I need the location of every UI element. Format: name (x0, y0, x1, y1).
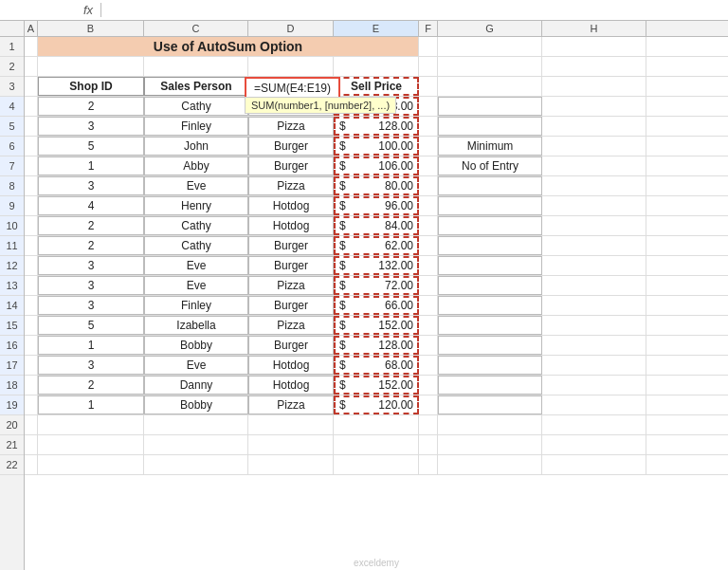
title-cell: Use of AutoSum Option (38, 37, 419, 56)
row-num-4[interactable]: 4 (0, 97, 24, 117)
table-row: 5JohnBurger$100.00Minimum (25, 137, 728, 156)
sell-price-header[interactable]: Sell Price (334, 77, 419, 96)
grid-body: 12345678910111213141516171819202122 Use … (0, 37, 728, 570)
table-row: 1BobbyPizza$120.00 (25, 395, 728, 415)
table-row (25, 435, 728, 455)
row-num-11[interactable]: 11 (0, 236, 24, 256)
sell-price-cell[interactable]: $120.00 (334, 395, 419, 414)
row-num-6[interactable]: 6 (0, 137, 24, 156)
table-row: Use of AutoSum Option (25, 37, 728, 57)
shop-id-header[interactable]: Shop ID (38, 77, 144, 96)
col-header-b[interactable]: B (38, 21, 144, 36)
table-row: 5IzabellaPizza$152.00 (25, 316, 728, 336)
column-headers: A B C D E F G H (0, 21, 728, 37)
col-header-a[interactable]: A (25, 21, 38, 36)
table-row: 3EveBurger$132.00 (25, 256, 728, 276)
row-num-12[interactable]: 12 (0, 256, 24, 276)
table-row: Shop IDSales PersonItemSell Price (25, 77, 728, 97)
table-row: 3EveHotdog$68.00 (25, 356, 728, 376)
row-num-1[interactable]: 1 (0, 37, 24, 57)
row-num-7[interactable]: 7 (0, 156, 24, 176)
row-num-17[interactable]: 17 (0, 356, 24, 376)
grid-content: Use of AutoSum OptionShop IDSales Person… (25, 37, 728, 570)
sell-price-cell[interactable]: $62.00 (334, 236, 419, 255)
row-num-18[interactable]: 18 (0, 376, 24, 395)
table-row: 1AbbyBurger$106.00No of Entry (25, 156, 728, 176)
spreadsheet: fx A B C D E F G H 123456789101112131415… (0, 0, 728, 570)
row-num-10[interactable]: 10 (0, 216, 24, 236)
formula-fx-label: fx (76, 3, 101, 17)
minimum-label[interactable]: Minimum (438, 137, 542, 156)
watermark: exceldemy (354, 558, 399, 568)
col-header-f[interactable]: F (419, 21, 438, 36)
sell-price-cell[interactable]: $72.00 (334, 276, 419, 295)
row-num-8[interactable]: 8 (0, 176, 24, 196)
sell-price-cell[interactable]: $132.00 (334, 256, 419, 275)
row-num-21[interactable]: 21 (0, 435, 24, 455)
sell-price-cell[interactable]: $84.00 (334, 216, 419, 235)
formula-bar: fx (0, 0, 728, 21)
col-header-c[interactable]: C (144, 21, 248, 36)
table-row (25, 57, 728, 77)
sell-price-cell[interactable]: $96.00 (334, 196, 419, 215)
formula-tooltip-hint: SUM(number1, [number2], ...) (245, 97, 396, 114)
row-num-19[interactable]: 19 (0, 395, 24, 415)
sell-price-cell[interactable]: $66.00 (334, 296, 419, 315)
row-num-15[interactable]: 15 (0, 316, 24, 336)
sell-price-cell[interactable]: $80.00 (334, 176, 419, 195)
row-num-13[interactable]: 13 (0, 276, 24, 296)
no-of-entry-label[interactable]: No of Entry (438, 156, 542, 175)
col-header-h[interactable]: H (542, 21, 646, 36)
table-row: 3EvePizza$72.00 (25, 276, 728, 296)
table-row: 2CathyBurger$62.00 (25, 236, 728, 256)
row-num-2[interactable]: 2 (0, 57, 24, 77)
sell-price-cell[interactable]: $68.00 (334, 356, 419, 375)
sell-price-cell[interactable]: $128.00 (334, 117, 419, 136)
row-num-3[interactable]: 3 (0, 77, 24, 97)
col-header-g[interactable]: G (438, 21, 542, 36)
sales-person-header[interactable]: Sales Person (144, 77, 248, 96)
row-num-16[interactable]: 16 (0, 336, 24, 356)
row-num-22[interactable]: 22 (0, 455, 24, 475)
row-num-9[interactable]: 9 (0, 196, 24, 216)
sell-price-cell[interactable]: $128.00 (334, 336, 419, 355)
table-row: 3FinleyPizza$128.00 (25, 117, 728, 137)
table-row: 3FinleyBurger$66.00 (25, 296, 728, 316)
row-numbers: 12345678910111213141516171819202122 (0, 37, 25, 570)
table-row: 3EvePizza$80.00 (25, 176, 728, 196)
sell-price-cell[interactable]: $152.00 (334, 376, 419, 395)
row-num-14[interactable]: 14 (0, 296, 24, 316)
row-num-5[interactable]: 5 (0, 117, 24, 137)
table-row: 1BobbyBurger$128.00 (25, 336, 728, 356)
table-row (25, 415, 728, 435)
table-row: 2CathyHotdog$84.00 (25, 216, 728, 236)
table-row: 4HenryHotdog$96.00 (25, 196, 728, 216)
table-row: 2DannyHotdog$152.00 (25, 376, 728, 395)
table-row (25, 455, 728, 475)
sell-price-cell[interactable]: $106.00 (334, 156, 419, 175)
corner-cell (0, 21, 25, 36)
sell-price-cell[interactable]: $100.00 (334, 137, 419, 156)
col-header-e[interactable]: E (334, 21, 419, 36)
row-num-20[interactable]: 20 (0, 415, 24, 435)
sell-price-cell[interactable]: $152.00 (334, 316, 419, 335)
col-header-d[interactable]: D (248, 21, 334, 36)
